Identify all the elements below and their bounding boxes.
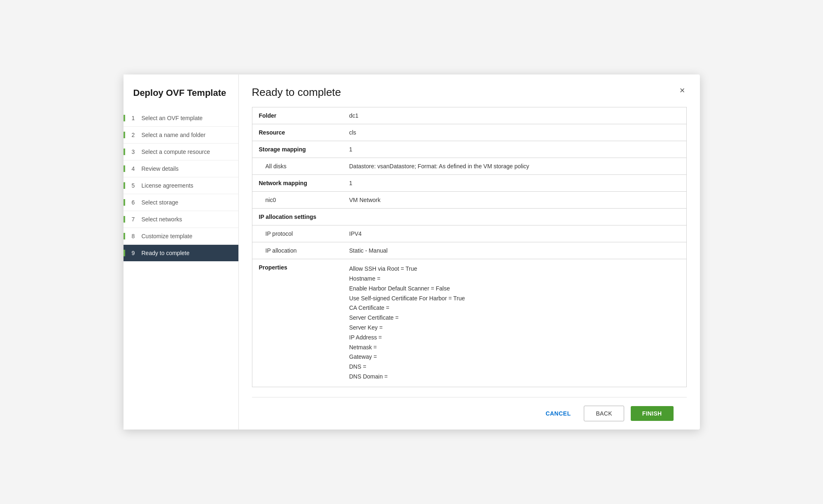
table-row: IP protocolIPV4 <box>252 225 686 242</box>
table-row: Resourcecls <box>252 124 686 141</box>
sidebar-step-4[interactable]: 4Review details <box>124 160 238 177</box>
step-label: Review details <box>142 165 179 172</box>
sidebar-step-8[interactable]: 8Customize template <box>124 228 238 245</box>
row-label: IP allocation settings <box>252 209 343 225</box>
step-label: Select an OVF template <box>142 115 203 121</box>
table-row: Network mapping1 <box>252 175 686 192</box>
step-number: 3 <box>132 149 138 155</box>
table-row: PropertiesAllow SSH via Root = True Host… <box>252 259 686 387</box>
step-number: 8 <box>132 233 138 239</box>
step-indicator <box>124 132 125 138</box>
step-label: Ready to complete <box>142 250 190 256</box>
step-label: License agreements <box>142 182 194 189</box>
row-label: IP allocation <box>252 242 343 259</box>
main-content: Ready to complete × Folderdc1Resourcecls… <box>239 74 700 430</box>
step-indicator <box>124 199 125 206</box>
table-row: IP allocation settings <box>252 209 686 225</box>
row-label: All disks <box>252 158 343 175</box>
back-button[interactable]: BACK <box>584 406 624 421</box>
step-indicator <box>124 250 125 256</box>
step-number: 2 <box>132 132 138 138</box>
step-indicator <box>124 115 125 121</box>
sidebar-step-7[interactable]: 7Select networks <box>124 211 238 228</box>
sidebar-step-5[interactable]: 5License agreements <box>124 177 238 194</box>
sidebar-step-1[interactable]: 1Select an OVF template <box>124 110 238 127</box>
row-value: dc1 <box>343 107 686 124</box>
step-label: Customize template <box>142 233 193 239</box>
row-label: nic0 <box>252 192 343 209</box>
step-number: 5 <box>132 182 138 189</box>
sidebar-steps: 1Select an OVF template2Select a name an… <box>124 110 238 261</box>
step-number: 1 <box>132 115 138 121</box>
step-label: Select a name and folder <box>142 132 206 138</box>
step-label: Select networks <box>142 216 182 223</box>
sidebar-step-2[interactable]: 2Select a name and folder <box>124 127 238 144</box>
table-row: nic0VM Network <box>252 192 686 209</box>
row-label: Properties <box>252 259 343 387</box>
step-number: 7 <box>132 216 138 223</box>
step-indicator <box>124 233 125 239</box>
step-number: 4 <box>132 165 138 172</box>
row-value: cls <box>343 124 686 141</box>
step-indicator <box>124 182 125 189</box>
step-label: Select storage <box>142 199 179 206</box>
row-label: Resource <box>252 124 343 141</box>
sidebar: Deploy OVF Template 1Select an OVF templ… <box>124 74 239 430</box>
dialog-footer: CANCEL BACK FINISH <box>252 397 687 430</box>
row-value: IPV4 <box>343 225 686 242</box>
sidebar-step-3[interactable]: 3Select a compute resource <box>124 144 238 160</box>
table-row: Storage mapping1 <box>252 141 686 158</box>
row-value: 1 <box>343 175 686 192</box>
row-label: Network mapping <box>252 175 343 192</box>
step-number: 9 <box>132 250 138 256</box>
sidebar-step-6[interactable]: 6Select storage <box>124 194 238 211</box>
step-indicator <box>124 216 125 223</box>
step-indicator <box>124 165 125 172</box>
step-number: 6 <box>132 199 138 206</box>
step-label: Select a compute resource <box>142 149 210 155</box>
row-label: Folder <box>252 107 343 124</box>
deploy-ovf-dialog: Deploy OVF Template 1Select an OVF templ… <box>124 74 700 430</box>
row-value: Datastore: vsanDatastore; Format: As def… <box>343 158 686 175</box>
row-value: Static - Manual <box>343 242 686 259</box>
sidebar-step-9[interactable]: 9Ready to complete <box>124 245 238 261</box>
sidebar-title: Deploy OVF Template <box>124 88 238 110</box>
row-value <box>343 209 686 225</box>
main-header: Ready to complete × <box>252 86 687 99</box>
page-title: Ready to complete <box>252 86 341 99</box>
table-row: IP allocationStatic - Manual <box>252 242 686 259</box>
close-button[interactable]: × <box>678 86 687 95</box>
row-label: IP protocol <box>252 225 343 242</box>
table-row: All disksDatastore: vsanDatastore; Forma… <box>252 158 686 175</box>
table-row: Folderdc1 <box>252 107 686 124</box>
row-label: Storage mapping <box>252 141 343 158</box>
row-value: Allow SSH via Root = True Hostname = Ena… <box>343 259 686 387</box>
row-value: VM Network <box>343 192 686 209</box>
cancel-button[interactable]: CANCEL <box>539 406 577 421</box>
row-value: 1 <box>343 141 686 158</box>
dialog-body: Deploy OVF Template 1Select an OVF templ… <box>124 74 700 430</box>
step-indicator <box>124 149 125 155</box>
summary-table: Folderdc1ResourceclsStorage mapping1All … <box>252 107 687 387</box>
finish-button[interactable]: FINISH <box>631 406 674 421</box>
